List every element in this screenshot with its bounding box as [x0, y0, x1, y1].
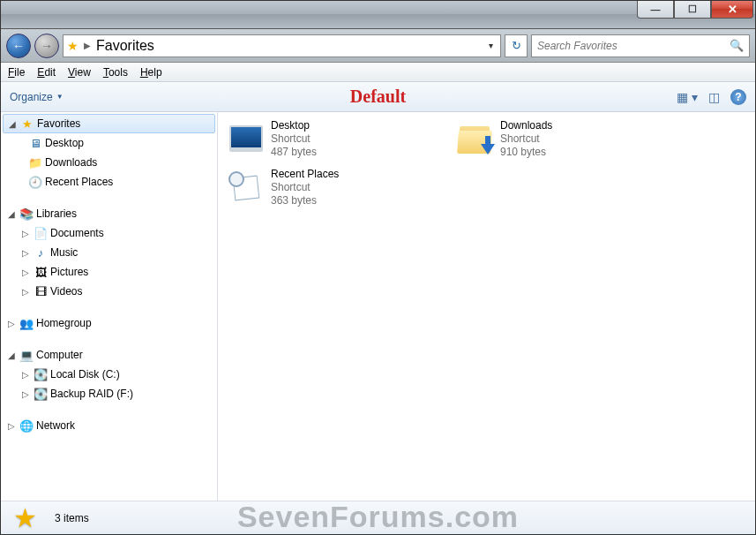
item-name: Desktop: [271, 119, 317, 132]
desktop-icon: [227, 119, 266, 158]
nav-fav-recent[interactable]: 🕘Recent Places: [1, 172, 217, 192]
collapse-icon[interactable]: ◢: [6, 209, 17, 219]
overlay-label: Default: [350, 87, 406, 107]
nav-bar: ← → ★ ▶ Favorites ▾ ↻ 🔍: [1, 29, 755, 63]
nav-drive-f[interactable]: ▷💽Backup RAID (F:): [1, 384, 217, 403]
nav-lib-documents[interactable]: ▷📄Documents: [1, 223, 217, 243]
nav-lib-videos[interactable]: ▷🎞Videos: [1, 282, 217, 301]
menu-edit[interactable]: Edit: [37, 66, 56, 79]
expand-icon[interactable]: ▷: [6, 421, 17, 431]
view-options-button[interactable]: ▦ ▾: [677, 90, 698, 104]
star-icon: ★: [13, 502, 37, 533]
libraries-icon: 📚: [19, 207, 34, 221]
nav-label: Favorites: [37, 117, 80, 130]
chevron-down-icon: ▼: [56, 93, 64, 101]
item-size: 910 bytes: [500, 146, 552, 159]
nav-fav-downloads[interactable]: 📁Downloads: [1, 153, 217, 172]
downloads-folder-icon: [456, 119, 495, 158]
file-item-downloads[interactable]: Downloads Shortcut 910 bytes: [456, 119, 659, 159]
item-type: Shortcut: [500, 132, 552, 146]
breadcrumb-location[interactable]: Favorites: [96, 38, 154, 54]
item-size: 363 bytes: [271, 194, 339, 207]
nav-fav-desktop[interactable]: 🖥Desktop: [1, 133, 217, 153]
navigation-pane: ◢ ★ Favorites 🖥Desktop 📁Downloads 🕘Recen…: [1, 112, 218, 501]
maximize-button[interactable]: ☐: [674, 1, 711, 19]
item-name: Recent Places: [271, 168, 339, 181]
menu-file[interactable]: File: [8, 66, 25, 79]
homegroup-icon: 👥: [19, 317, 34, 330]
item-name: Downloads: [500, 119, 552, 132]
file-pane[interactable]: Desktop Shortcut 487 bytes Downloads Sho…: [218, 112, 755, 501]
search-box[interactable]: 🔍: [531, 34, 750, 57]
menu-tools[interactable]: Tools: [103, 66, 128, 79]
back-button[interactable]: ←: [6, 34, 31, 58]
search-input[interactable]: [537, 40, 730, 52]
expand-icon[interactable]: ▷: [6, 319, 17, 328]
star-icon: ★: [19, 117, 35, 131]
item-type: Shortcut: [271, 132, 317, 146]
music-icon: ♪: [33, 246, 49, 260]
file-item-recent[interactable]: Recent Places Shortcut 363 bytes: [227, 168, 430, 207]
expand-icon[interactable]: ▷: [20, 229, 31, 238]
collapse-icon[interactable]: ◢: [6, 350, 17, 360]
search-icon[interactable]: 🔍: [730, 39, 744, 52]
videos-icon: 🎞: [33, 285, 49, 298]
menu-bar: File Edit View Tools Help: [1, 63, 755, 82]
item-count: 3 items: [55, 512, 89, 524]
item-type: Shortcut: [271, 181, 339, 194]
breadcrumb-sep-icon[interactable]: ▶: [84, 41, 91, 50]
expand-icon[interactable]: ▷: [20, 287, 31, 297]
nav-network[interactable]: ▷🌐Network: [1, 416, 217, 435]
menu-view[interactable]: View: [68, 66, 91, 79]
nav-libraries[interactable]: ◢ 📚 Libraries: [1, 204, 217, 223]
refresh-button[interactable]: ↻: [505, 34, 528, 57]
organize-button[interactable]: Organize ▼: [10, 91, 64, 103]
document-icon: 📄: [33, 227, 49, 240]
minimize-button[interactable]: —: [637, 1, 674, 19]
disk-icon: 💽: [33, 368, 49, 381]
star-icon: ★: [67, 39, 79, 53]
forward-button: →: [34, 34, 59, 58]
title-bar[interactable]: — ☐ ✕: [1, 1, 755, 29]
expand-icon[interactable]: ▷: [20, 268, 31, 277]
nav-favorites[interactable]: ◢ ★ Favorites: [3, 114, 215, 133]
pictures-icon: 🖼: [33, 266, 49, 279]
preview-pane-button[interactable]: ◫: [708, 90, 720, 104]
help-button[interactable]: ?: [730, 89, 746, 105]
recent-icon: 🕘: [27, 176, 43, 189]
computer-icon: 💻: [19, 349, 34, 362]
explorer-window: — ☐ ✕ ← → ★ ▶ Favorites ▾ ↻ 🔍 File Edit …: [0, 0, 756, 535]
organize-label: Organize: [10, 91, 53, 103]
close-button[interactable]: ✕: [711, 1, 753, 19]
details-pane: ★ 3 items SevenForums.com: [1, 501, 755, 534]
item-size: 487 bytes: [271, 146, 317, 159]
nav-lib-pictures[interactable]: ▷🖼Pictures: [1, 262, 217, 282]
address-bar[interactable]: ★ ▶ Favorites ▾: [63, 34, 501, 57]
expand-icon[interactable]: ▷: [20, 370, 31, 380]
address-history-dropdown[interactable]: ▾: [485, 41, 497, 50]
network-icon: 🌐: [19, 419, 34, 433]
disk-icon: 💽: [33, 388, 49, 401]
watermark-text: SevenForums.com: [237, 499, 519, 533]
nav-drive-c[interactable]: ▷💽Local Disk (C:): [1, 365, 217, 384]
desktop-icon: 🖥: [27, 137, 43, 150]
collapse-icon[interactable]: ◢: [7, 119, 18, 129]
expand-icon[interactable]: ▷: [20, 248, 31, 258]
nav-computer[interactable]: ◢💻Computer: [1, 345, 217, 365]
nav-homegroup[interactable]: ▷👥Homegroup: [1, 313, 217, 333]
recent-places-icon: [227, 168, 266, 207]
file-item-desktop[interactable]: Desktop Shortcut 487 bytes: [227, 119, 430, 159]
folder-icon: 📁: [27, 156, 43, 170]
menu-help[interactable]: Help: [140, 66, 162, 79]
command-bar: Organize ▼ Default ▦ ▾ ◫ ?: [1, 82, 755, 112]
nav-lib-music[interactable]: ▷♪Music: [1, 243, 217, 262]
expand-icon[interactable]: ▷: [20, 389, 31, 399]
